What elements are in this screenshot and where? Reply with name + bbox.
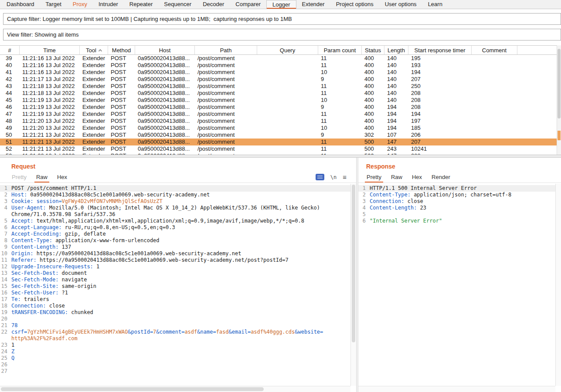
editor-line-16[interactable]: 16Sec-Fetch-User: ?1 [0,290,350,296]
log-row-51[interactable]: 5111:21:21 13 Jul 2022ExtenderPOST0a9500… [0,139,557,145]
editor-line-3[interactable]: 3Connection: close [358,198,555,205]
editor-line-1[interactable]: 1POST /post/comment HTTP/1.1 [0,185,350,192]
cell-host: 0a9500020413d88... [135,83,195,90]
editor-line-19[interactable]: 19tRANSFER-ENCODING: chunked [0,309,350,316]
cell-param-count: 10 [318,69,362,76]
menu-tab-decoder[interactable]: Decoder [197,0,230,9]
response-editor[interactable]: 1HTTP/1.1 500 Internal Server Error2Cont… [358,184,555,386]
menu-tab-dashboard[interactable]: Dashboard [1,0,40,9]
log-row-46[interactable]: 4611:21:19 13 Jul 2022ExtenderPOST0a9500… [0,104,557,111]
editor-line-9[interactable]: 9Content-Length: 137 [0,244,350,250]
column-header-time[interactable]: Time [20,46,80,54]
editor-line-26[interactable]: 26 [0,362,350,368]
cell-start-response-timer: 207 [408,76,472,83]
request-editor[interactable]: 1POST /post/comment HTTP/1.12Host: 0a950… [0,184,350,386]
editor-line-7[interactable]: 7Accept-Encoding: gzip, deflate [0,231,350,237]
menu-tab-proxy[interactable]: Proxy [67,0,93,9]
editor-line-2[interactable]: 2Content-Type: application/json; charset… [358,192,555,198]
table-vertical-scrollbar[interactable] [557,45,561,155]
editor-line-12[interactable]: 12Upgrade-Insecure-Requests: 1 [0,264,350,270]
response-tab-raw[interactable]: Raw [386,172,407,182]
editor-line-5[interactable]: 5 [358,211,555,218]
editor-line-2[interactable]: 2Host: 0a9500020413d88ac08c5c1e001a0069.… [0,192,350,198]
editor-line-5[interactable]: 5Accept: text/html,application/xhtml+xml… [0,218,350,224]
editor-line-27[interactable]: 27 [0,368,350,375]
log-row-41[interactable]: 4111:21:16 13 Jul 2022ExtenderPOST0a9500… [0,69,557,76]
editor-line-6[interactable]: 6Accept-Language: ru-RU,ru;q=0.8,en-US;q… [0,224,350,231]
editor-line-15[interactable]: 15Sec-Fetch-Site: same-origin [0,283,350,290]
scrollbar-thumb[interactable] [352,185,355,342]
editor-line-11[interactable]: 11Referer: https://0a9500020413d88ac08c5… [0,257,350,264]
horizontal-split-handle[interactable] [0,155,561,158]
editor-line-3[interactable]: 3Cookie: session=VgFWy4D2vMfON7vMNMhjQlS… [0,198,350,205]
log-row-43[interactable]: 4311:21:18 13 Jul 2022ExtenderPOST0a9500… [0,83,557,90]
menu-tab-project-options[interactable]: Project options [330,0,379,9]
editor-line-4[interactable]: 4Content-Length: 23 [358,205,555,211]
log-row-42[interactable]: 4211:21:17 13 Jul 2022ExtenderPOST0a9500… [0,76,557,83]
request-tab-pretty[interactable]: Pretty [7,172,31,182]
menu-tab-user-options[interactable]: User options [379,0,422,9]
response-editor-vscrollbar[interactable] [555,184,561,386]
menu-tab-repeater[interactable]: Repeater [124,0,158,9]
editor-line-17[interactable]: 17Te: trailers [0,296,350,303]
column-header-host[interactable]: Host [135,46,195,54]
editor-menu-icon[interactable]: ≡ [343,174,347,180]
column-header-tool[interactable]: Tool [80,46,108,54]
log-row-45[interactable]: 4511:21:19 13 Jul 2022ExtenderPOST0a9500… [0,97,557,104]
log-row-40[interactable]: 4011:21:16 13 Jul 2022ExtenderPOST0a9500… [0,62,557,69]
editor-line-1[interactable]: 1HTTP/1.1 500 Internal Server Error [358,185,555,192]
request-tab-raw[interactable]: Raw [31,172,52,182]
request-editor-hscrollbar[interactable] [0,386,350,392]
column-header-length[interactable]: Length [384,46,408,54]
request-editor-vscrollbar[interactable] [350,184,356,386]
syntax-colors-icon[interactable] [316,174,324,180]
editor-line-22[interactable]: 22csrf=7gYzhMCiFvi4gBEyUEEk7HmHSHM7xWAO&… [0,329,350,342]
editor-line-14[interactable]: 14Sec-Fetch-Mode: navigate [0,277,350,283]
cell-length: 194 [384,118,408,125]
editor-line-8[interactable]: 8Content-Type: application/x-www-form-ur… [0,237,350,244]
menu-tab-target[interactable]: Target [40,0,67,9]
log-row-50[interactable]: 5011:21:21 13 Jul 2022ExtenderPOST0a9500… [0,132,557,139]
response-tab-render[interactable]: Render [427,172,455,182]
menu-tab-intruder[interactable]: Intruder [93,0,124,9]
capture-filter-bar[interactable]: Capture filter: Logger memory limit set … [3,13,561,25]
column-header-query[interactable]: Query [257,46,318,54]
menu-tab-sequencer[interactable]: Sequencer [158,0,197,9]
nonprinting-chars-icon[interactable]: \n [330,174,337,180]
column-header-param-count[interactable]: Param count [318,46,362,54]
editor-line-18[interactable]: 18Connection: close [0,303,350,309]
editor-line-25[interactable]: 25Q [0,355,350,362]
scrollbar-thumb[interactable] [1,387,264,391]
log-row-52[interactable]: 5211:21:21 13 Jul 2022ExtenderPOST0a9500… [0,145,557,152]
response-tab-pretty[interactable]: Pretty [362,172,386,182]
menu-tab-extender[interactable]: Extender [296,0,330,9]
column-header-start-response-timer[interactable]: Start response timer [408,46,472,54]
editor-line-6[interactable]: 6"Internal Server Error" [358,218,555,224]
scrollbar-thumb[interactable] [558,49,561,118]
log-row-47[interactable]: 4711:21:19 13 Jul 2022ExtenderPOST0a9500… [0,111,557,118]
editor-line-24[interactable]: 24Z [0,348,350,355]
editor-line-21[interactable]: 2178 [0,322,350,329]
column-header-blank[interactable]: # [0,46,20,54]
column-header-status[interactable]: Status [362,46,384,54]
menu-tab-logger[interactable]: Logger [266,0,296,9]
cell-time: 11:21:16 13 Jul 2022 [20,55,80,62]
menu-tab-learn[interactable]: Learn [422,0,448,9]
editor-line-4[interactable]: 4User-Agent: Mozilla/5.0 (Macintosh; Int… [0,205,350,218]
column-header-comment[interactable]: Comment [472,46,517,54]
log-row-44[interactable]: 4411:21:18 13 Jul 2022ExtenderPOST0a9500… [0,90,557,97]
log-row-48[interactable]: 4811:21:20 13 Jul 2022ExtenderPOST0a9500… [0,118,557,125]
log-row-49[interactable]: 4911:21:20 13 Jul 2022ExtenderPOST0a9500… [0,125,557,132]
editor-line-20[interactable]: 20 [0,316,350,322]
request-tab-hex[interactable]: Hex [52,172,72,182]
view-filter-bar[interactable]: View filter: Showing all items [3,29,561,41]
editor-line-13[interactable]: 13Sec-Fetch-Dest: document [0,270,350,277]
response-editor-hscrollbar[interactable] [358,386,555,392]
log-row-39[interactable]: 3911:21:16 13 Jul 2022ExtenderPOST0a9500… [0,55,557,62]
response-tab-hex[interactable]: Hex [407,172,427,182]
column-header-method[interactable]: Method [108,46,135,54]
editor-line-23[interactable]: 231 [0,342,350,348]
editor-line-10[interactable]: 10Origin: https://0a9500020413d88ac08c5c… [0,250,350,257]
column-header-path[interactable]: Path [195,46,257,54]
menu-tab-comparer[interactable]: Comparer [230,0,266,9]
